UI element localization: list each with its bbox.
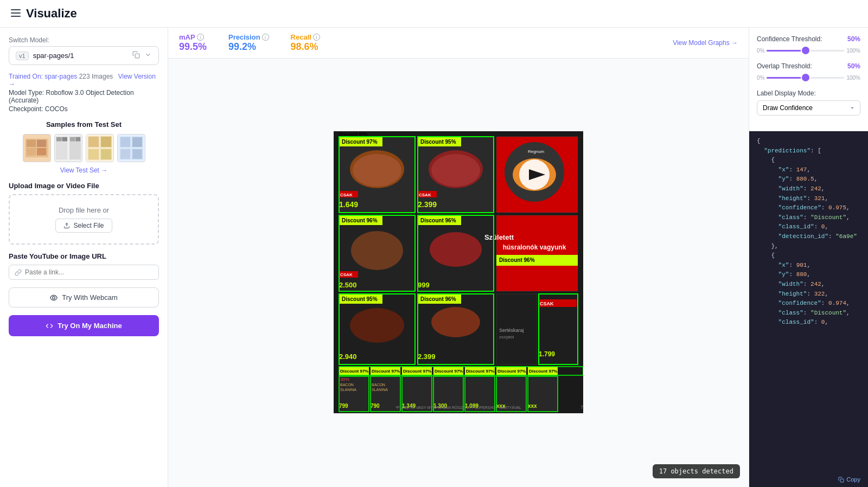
model-type-row: Model Type: Roboflow 3.0 Object Detectio… [9,89,159,104]
confidence-slider[interactable] [767,46,844,55]
svg-rect-7 [37,140,46,147]
svg-text:CSAK: CSAK [340,272,353,277]
svg-point-65 [351,231,403,270]
sample-thumb-3[interactable] [86,134,114,162]
svg-text:CSAK: CSAK [419,193,431,197]
confidence-slider-row: 0% 100% [757,46,860,55]
svg-text:790: 790 [371,403,380,409]
recall-label: Recall i [291,33,320,41]
svg-text:Regnum: Regnum [528,149,545,154]
images-count: 223 Images [79,73,113,80]
svg-text:Discount 96%: Discount 96% [420,217,456,223]
svg-text:2.500: 2.500 [339,281,357,289]
svg-text:Discount 96%: Discount 96% [420,296,456,302]
svg-rect-26 [132,137,142,147]
svg-rect-13 [56,137,61,142]
link-icon [15,269,22,276]
precision-info-icon[interactable]: i [262,34,269,41]
recall-group: Recall i 98.6% [291,33,320,53]
svg-point-80 [431,307,480,337]
machine-button[interactable]: Try On My Machine [9,315,159,336]
svg-rect-28 [132,149,142,159]
svg-text:Discount 97%: Discount 97% [529,369,557,374]
url-title: Paste YouTube or Image URL [9,252,159,260]
switch-model-section: Switch Model: v1 spar-pages/1 [9,36,159,65]
svg-rect-14 [62,137,67,142]
checkpoint-row: Checkpoint: COCOs [9,105,159,113]
overlap-slider[interactable] [767,73,844,82]
controls-section: Confidence Threshold: 50% 0% 100% [749,28,868,131]
samples-title: Samples from Test Set [9,120,159,129]
overlap-label: Overlap Threshold: 50% [757,62,860,70]
detection-image-wrapper: Discount 97% Discount 95% CSAK CSAK 1.64… [334,131,583,415]
map-group: mAP i 99.5% [179,33,207,53]
map-info-icon[interactable]: i [197,34,204,41]
sample-thumb-2[interactable] [54,134,82,162]
label-mode-control: Label Display Mode: Draw Confidence Draw… [757,89,860,116]
model-info: Trained On: spar-pages 223 Images View V… [9,73,159,113]
view-test-set-link[interactable]: View Test Set → [9,166,159,174]
svg-rect-8 [26,148,35,155]
svg-text:Discount 97%: Discount 97% [403,369,431,374]
model-stats-bar: mAP i 99.5% Precision i 99.2% Recall i [168,28,749,59]
svg-text:Discount 97%: Discount 97% [342,139,378,145]
svg-rect-56 [496,215,578,291]
objects-detected-badge: 17 objects detected [653,464,740,478]
svg-rect-9 [37,148,46,155]
page-title: Visualize [26,7,77,21]
svg-text:Született: Született [484,233,514,241]
svg-text:2.399: 2.399 [418,200,437,209]
model-select-dropdown[interactable]: v1 spar-pages/1 [9,46,159,65]
svg-rect-20 [100,137,111,147]
switch-model-label: Switch Model: [9,36,159,44]
svg-rect-27 [120,149,130,159]
sample-thumbnails [9,134,159,162]
precision-group: Precision i 99.2% [228,33,269,53]
sample-thumb-1[interactable] [23,134,51,162]
confidence-control: Confidence Threshold: 50% 0% 100% [757,35,860,55]
svg-text:Discount 97%: Discount 97% [339,132,367,137]
svg-text:2.940: 2.940 [339,353,357,361]
map-value: 99.5% [179,41,207,53]
svg-text:7: 7 [580,405,583,410]
select-file-label: Select File [73,222,104,229]
dataset-link[interactable]: spar-pages [44,73,77,80]
drop-zone[interactable]: Drop file here or Select File [9,194,159,245]
copy-label: Copy [846,476,860,483]
svg-point-36 [353,154,401,187]
map-label: mAP i [179,33,204,41]
svg-point-30 [53,296,55,299]
copy-button[interactable]: Copy [838,476,860,483]
svg-text:Discount 97%: Discount 97% [340,369,368,374]
svg-rect-3 [135,54,139,58]
svg-text:Sertéskaraj: Sertéskaraj [499,328,524,333]
detection-image: Discount 97% Discount 95% CSAK CSAK 1.64… [334,131,583,413]
label-mode-select[interactable]: Draw Confidence Draw Class Draw None [757,100,860,116]
precision-label: Precision i [228,33,269,41]
svg-text:Discount 97%: Discount 97% [497,369,526,374]
right-panel: Confidence Threshold: 50% 0% 100% [749,28,868,487]
svg-rect-19 [88,137,98,147]
trained-on-row: Trained On: spar-pages 223 Images View V… [9,73,159,88]
code-icon [46,322,53,330]
upload-title: Upload Image or Video File [9,182,159,190]
svg-text:*PLASZTIK VAGY MYSPARBAN RÖGZÍ: *PLASZTIK VAGY MYSPARBAN RÖGZÍTETT SUPER… [395,405,521,409]
json-output-section: { "predictions": [ { "x": 147, "y": 880.… [749,131,868,474]
svg-text:húsralonók vagyunk: húsralonók vagyunk [503,244,566,251]
json-content: { "predictions": [ { "x": 147, "y": 880.… [757,137,860,328]
image-area: Discount 97% Discount 95% CSAK CSAK 1.64… [168,59,749,487]
select-file-button[interactable]: Select File [55,219,112,233]
sample-thumb-4[interactable] [117,134,145,162]
url-input[interactable] [25,268,153,276]
webcam-icon [50,294,58,302]
webcam-button[interactable]: Try With Webcam [9,287,159,307]
view-graphs-link[interactable]: View Model Graphs → [673,39,738,47]
center-panel: mAP i 99.5% Precision i 99.2% Recall i [168,28,749,487]
svg-rect-21 [88,149,98,159]
recall-info-icon[interactable]: i [313,34,320,41]
app-header: Visualize [0,0,868,28]
overlap-control: Overlap Threshold: 50% 0% 100% [757,62,860,82]
chevron-down-icon [144,51,152,60]
url-section: Paste YouTube or Image URL [9,252,159,280]
svg-text:Discount 95%: Discount 95% [420,139,456,145]
